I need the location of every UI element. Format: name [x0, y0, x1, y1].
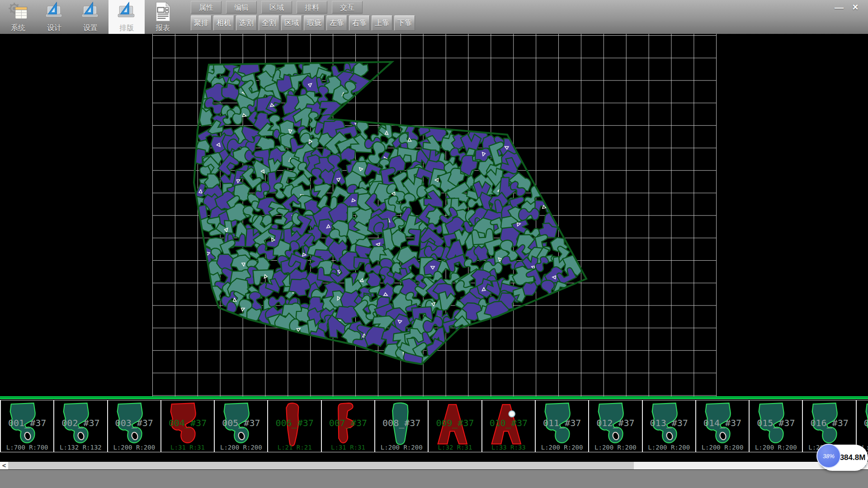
piece-thumbnail-strip: 001_#37L:700 R:700002_#37L:132 R:132003_… — [0, 400, 868, 452]
menu-tab-3[interactable]: 排料 — [297, 1, 327, 14]
toolbar-button-label: 设计 — [47, 23, 61, 33]
toolbar-button-label: 报表 — [156, 23, 170, 33]
piece-lr-count-label: L:200 R:200 — [750, 444, 802, 451]
progress-circle: 38% — [816, 444, 841, 468]
piece-number-label: 011_#37 — [536, 418, 588, 428]
toolbar-button-2[interactable]: 设置 — [72, 0, 108, 34]
main-toolbar: 系统设计设置排版报表 属性编辑区域排料交互 聚排相机选割全割区域瑕疵左靠右靠上靠… — [0, 0, 868, 34]
piece-thumbnail-014_#37[interactable]: 014_#37L:200 R:200 — [695, 400, 749, 452]
piece-lr-count-label: L:21 R:21 — [268, 444, 321, 451]
design-icon — [44, 1, 65, 23]
action-button-5[interactable]: 瑕疵 — [304, 15, 325, 31]
piece-lr-count-label: L:33 R:33 — [482, 444, 535, 451]
piece-lr-count-label: L:200 R:200 — [589, 444, 642, 451]
piece-lr-count-label: L:200 R:200 — [375, 444, 428, 451]
memory-size-label: 384.8M — [838, 445, 867, 471]
menu-tab-1[interactable]: 编辑 — [226, 1, 257, 14]
action-button-3[interactable]: 全割 — [259, 15, 279, 31]
piece-lr-count-label: L:200 R:200 — [643, 444, 695, 451]
piece-thumbnail-012_#37[interactable]: 012_#37L:200 R:200 — [588, 400, 642, 452]
piece-thumbnail-008_#37[interactable]: 008_#37L:200 R:200 — [374, 400, 428, 452]
memory-usage-badge: 384.8M 38% — [816, 443, 868, 472]
piece-number-label: 002_#37 — [54, 418, 107, 428]
system-gear-icon — [8, 1, 28, 23]
piece-thumbnail-015_#37[interactable]: 015_#37L:200 R:200 — [749, 400, 802, 452]
piece-lr-count-label: L:31 R:31 — [322, 444, 374, 451]
piece-number-label: 004_#37 — [161, 418, 214, 428]
report-icon — [152, 1, 173, 23]
piece-number-label: 001_#37 — [1, 418, 53, 428]
piece-number-label: 003_#37 — [108, 418, 160, 428]
piece-number-label: 016_#37 — [803, 418, 855, 428]
toolbar-button-0[interactable]: 系统 — [0, 0, 36, 34]
toolbar-button-3[interactable]: 排版 — [108, 0, 145, 34]
action-button-6[interactable]: 左靠 — [326, 15, 347, 31]
layout-icon — [116, 1, 137, 23]
minimize-button[interactable]: — — [832, 1, 846, 14]
action-button-2[interactable]: 选割 — [236, 15, 257, 31]
horizontal-scrollbar[interactable]: < > — [0, 462, 868, 469]
piece-lr-count-label: L:700 R:700 — [1, 444, 53, 451]
piece-thumbnail-011_#37[interactable]: 011_#37L:200 R:200 — [535, 400, 588, 452]
toolbar-button-label: 系统 — [11, 23, 25, 33]
piece-thumbnail-004_#37[interactable]: 004_#37L:31 R:31 — [160, 400, 214, 452]
piece-number-label: 012_#37 — [589, 418, 642, 428]
nested-piece[interactable] — [406, 228, 420, 247]
toolbar-button-label: 排版 — [119, 23, 134, 33]
piece-thumbnail-005_#37[interactable]: 005_#37L:200 R:200 — [214, 400, 267, 452]
menu-tab-0[interactable]: 属性 — [191, 1, 222, 14]
piece-lr-count-label: L:32 R:31 — [429, 444, 481, 451]
piece-lr-count-label: L:200 R:200 — [215, 444, 267, 451]
action-button-0[interactable]: 聚排 — [191, 15, 212, 31]
piece-number-label: 013_#37 — [643, 418, 695, 428]
menu-tab-2[interactable]: 区域 — [261, 1, 292, 14]
close-button[interactable]: × — [848, 1, 863, 14]
menu-tab-4[interactable]: 交互 — [332, 1, 363, 14]
application-window: 系统设计设置排版报表 属性编辑区域排料交互 聚排相机选割全割区域瑕疵左靠右靠上靠… — [0, 0, 868, 488]
piece-lr-count-label: L:200 R:200 — [536, 444, 588, 451]
piece-number-label: 015_#37 — [750, 418, 802, 428]
action-button-4[interactable]: 区域 — [281, 15, 302, 31]
toolbar-button-label: 设置 — [83, 23, 98, 33]
piece-number-label: 014_#37 — [696, 418, 749, 428]
action-button-8[interactable]: 上靠 — [372, 15, 392, 31]
piece-number-label: 008_#37 — [375, 418, 428, 428]
action-button-1[interactable]: 相机 — [213, 15, 234, 31]
piece-thumbnail-003_#37[interactable]: 003_#37L:200 R:200 — [107, 400, 160, 452]
piece-number-label: 006_#37 — [268, 418, 321, 428]
status-bar — [0, 470, 868, 488]
piece-number-label: 017_#37 — [857, 418, 868, 428]
piece-thumbnail-010_#37[interactable]: 010_#37L:33 R:33 — [481, 400, 535, 452]
piece-number-label: 010_#37 — [482, 418, 535, 428]
piece-thumbnail-006_#37[interactable]: 006_#37L:21 R:21 — [267, 400, 321, 452]
action-button-9[interactable]: 下靠 — [394, 15, 415, 31]
piece-thumbnail-007_#37[interactable]: 007_#37L:31 R:31 — [321, 400, 374, 452]
piece-number-label: 009_#37 — [429, 418, 481, 428]
piece-lr-count-label: L:200 R:200 — [696, 444, 749, 451]
scroll-left-arrow[interactable]: < — [0, 462, 9, 469]
action-button-7[interactable]: 右靠 — [349, 15, 370, 31]
scrollbar-thumb[interactable] — [8, 462, 634, 469]
piece-thumbnail-013_#37[interactable]: 013_#37L:200 R:200 — [642, 400, 695, 452]
nested-piece[interactable] — [522, 282, 538, 296]
progress-percent-label: 38% — [823, 453, 835, 460]
piece-lr-count-label: L:200 R:200 — [108, 444, 160, 451]
toolbar-button-4[interactable]: 报表 — [145, 0, 181, 34]
piece-number-label: 005_#37 — [215, 418, 267, 428]
nested-pieces-group — [189, 50, 585, 374]
piece-lr-count-label: L:31 R:31 — [161, 444, 214, 451]
piece-thumbnail-009_#37[interactable]: 009_#37L:32 R:31 — [428, 400, 481, 452]
thumbnail-separator-line — [0, 396, 868, 399]
piece-thumbnail-001_#37[interactable]: 001_#37L:700 R:700 — [0, 400, 53, 452]
piece-number-label: 007_#37 — [322, 418, 374, 428]
toolbar-button-1[interactable]: 设计 — [36, 0, 72, 34]
piece-lr-count-label: L:132 R:132 — [54, 444, 107, 451]
piece-thumbnail-002_#37[interactable]: 002_#37L:132 R:132 — [53, 400, 107, 452]
settings-icon — [80, 1, 101, 23]
